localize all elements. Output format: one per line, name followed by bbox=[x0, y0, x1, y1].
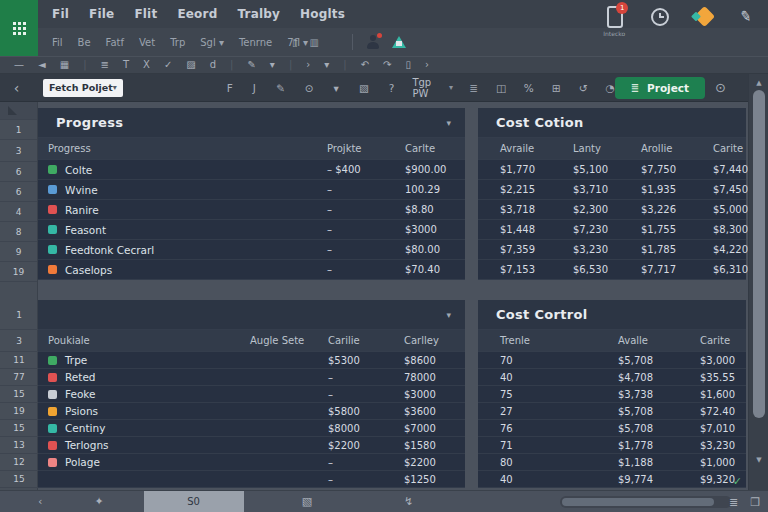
cell[interactable]: 71 bbox=[478, 437, 600, 453]
cell[interactable]: – bbox=[322, 260, 392, 279]
cell[interactable]: $7,010 bbox=[680, 420, 746, 436]
tab-scroll-left-icon[interactable]: ‹ bbox=[38, 495, 42, 508]
percent-icon[interactable]: % bbox=[524, 82, 534, 94]
cell[interactable]: 70 bbox=[478, 352, 600, 368]
cell[interactable]: $5,708 bbox=[600, 352, 680, 368]
chart-icon[interactable]: ▧ bbox=[302, 495, 312, 508]
cell[interactable]: $3,738 bbox=[600, 386, 680, 402]
alert-triangle-icon[interactable] bbox=[392, 36, 406, 48]
row-number[interactable]: 3 bbox=[0, 140, 37, 162]
cell[interactable]: $1,935 bbox=[633, 180, 698, 199]
flash-icon[interactable]: ↯ bbox=[404, 495, 413, 508]
column-header[interactable]: Carite bbox=[698, 138, 746, 159]
horizontal-scrollbar[interactable] bbox=[560, 496, 732, 508]
menu-item[interactable]: Eeord bbox=[177, 7, 217, 21]
cell[interactable]: $7,230 bbox=[568, 220, 633, 239]
next-icon[interactable]: › bbox=[425, 60, 429, 70]
cell[interactable]: $2200 bbox=[392, 454, 465, 470]
cell[interactable] bbox=[245, 420, 318, 436]
sub-menu-item[interactable]: Vet bbox=[139, 37, 155, 48]
undo-icon[interactable]: ↶ bbox=[361, 60, 369, 70]
cell[interactable]: 80 bbox=[478, 454, 600, 470]
user-icon[interactable] bbox=[366, 35, 380, 49]
cell[interactable]: – bbox=[322, 240, 392, 259]
grid-icon[interactable]: ▥ bbox=[310, 37, 319, 48]
column-header[interactable]: Lanty bbox=[568, 138, 633, 159]
cell[interactable]: $6,530 bbox=[568, 260, 633, 279]
check-icon[interactable]: ✓ bbox=[164, 60, 172, 70]
menu-item[interactable]: Fil bbox=[52, 7, 69, 21]
clear-icon[interactable]: X bbox=[143, 60, 150, 70]
pencil-icon[interactable]: ✎ bbox=[276, 82, 285, 94]
row-label-cell[interactable]: Feoke bbox=[38, 386, 245, 402]
row-number[interactable]: 9 bbox=[0, 242, 37, 262]
cell[interactable]: $1250 bbox=[392, 471, 465, 487]
row-number[interactable]: 15 bbox=[0, 420, 38, 437]
vertical-scrollbar[interactable]: ▲ ▼ bbox=[748, 74, 768, 490]
cell[interactable]: $900.00 bbox=[392, 160, 465, 179]
cell[interactable]: $3,718 bbox=[478, 200, 568, 219]
cell[interactable]: $7,440 bbox=[698, 160, 746, 179]
image-icon[interactable]: ▧ bbox=[359, 82, 369, 94]
column-header[interactable]: Poukiale bbox=[38, 330, 245, 351]
row-label-cell[interactable]: Polage bbox=[38, 454, 245, 470]
sub-menu-item[interactable]: Tenrne bbox=[239, 37, 272, 48]
cell[interactable]: – bbox=[322, 220, 392, 239]
run-icon[interactable]: › bbox=[306, 60, 310, 70]
cell[interactable]: – bbox=[322, 200, 392, 219]
cell[interactable]: $2200 bbox=[318, 437, 392, 453]
row-label-cell[interactable]: Terlogns bbox=[38, 437, 245, 453]
scroll-down-icon[interactable]: ▼ bbox=[749, 456, 768, 464]
row-number[interactable]: 3 bbox=[0, 330, 38, 352]
align-justify-icon[interactable]: ≣ bbox=[469, 82, 478, 94]
cell[interactable]: $9,774 bbox=[600, 471, 680, 487]
column-header[interactable]: Carite bbox=[680, 330, 746, 351]
cell[interactable]: $1580 bbox=[392, 437, 465, 453]
column-header[interactable]: Augle Sete bbox=[245, 330, 318, 351]
sub-menu-item[interactable]: Fil bbox=[52, 37, 63, 48]
cell[interactable] bbox=[245, 352, 318, 368]
italic-icon[interactable]: J bbox=[253, 82, 256, 94]
column-header[interactable]: Carlley bbox=[392, 330, 465, 351]
cell[interactable]: $72.40 bbox=[680, 403, 746, 419]
column-header[interactable]: Trenle bbox=[478, 330, 600, 351]
cell[interactable]: $1,000 bbox=[680, 454, 746, 470]
cell[interactable]: $1,188 bbox=[600, 454, 680, 470]
cell[interactable]: $35.55 bbox=[680, 369, 746, 385]
cell[interactable]: 75 bbox=[478, 386, 600, 402]
menu-item[interactable]: Tralby bbox=[237, 7, 280, 21]
book-icon[interactable]: ▯ bbox=[405, 60, 411, 70]
cell[interactable]: $8600 bbox=[392, 352, 465, 368]
cell[interactable]: $80.00 bbox=[392, 240, 465, 259]
row-number[interactable]: 1 bbox=[0, 120, 37, 140]
save-icon[interactable]: ▦ bbox=[60, 60, 69, 70]
row-label-cell[interactable]: Feedtonk Cecrarl bbox=[38, 240, 322, 259]
row-number[interactable]: 8 bbox=[0, 222, 37, 242]
cell[interactable]: $3,710 bbox=[568, 180, 633, 199]
row-number[interactable]: 77 bbox=[0, 369, 38, 386]
edit-icon[interactable]: ✎ bbox=[247, 60, 255, 70]
history-icon[interactable]: ◔ bbox=[605, 82, 614, 94]
row-label-cell[interactable]: Centiny bbox=[38, 420, 245, 436]
menu-item[interactable]: File bbox=[89, 7, 114, 21]
help-icon[interactable]: ? bbox=[389, 82, 395, 94]
back-chevron-icon[interactable]: ‹ bbox=[0, 80, 33, 96]
row-label-cell[interactable] bbox=[38, 471, 245, 487]
new-window-icon[interactable]: ❒ bbox=[750, 496, 760, 509]
align-left-icon[interactable]: ≣ bbox=[101, 60, 109, 70]
chevron-down-icon[interactable]: ▾ bbox=[270, 60, 275, 70]
menu-item[interactable]: Flit bbox=[134, 7, 157, 21]
pen-icon[interactable]: ✎ bbox=[739, 7, 753, 25]
cell[interactable]: $1,755 bbox=[633, 220, 698, 239]
add-sheet-icon[interactable]: ✦ bbox=[94, 495, 103, 508]
cell[interactable]: $3,230 bbox=[680, 437, 746, 453]
column-header[interactable]: Progress bbox=[38, 138, 322, 159]
cell[interactable]: $5800 bbox=[318, 403, 392, 419]
cell[interactable]: $5,000 bbox=[698, 200, 746, 219]
cell[interactable]: $8.80 bbox=[392, 200, 465, 219]
row-number[interactable]: 4 bbox=[0, 202, 37, 222]
cell[interactable]: – $400 bbox=[322, 160, 392, 179]
cell[interactable]: $8,300 bbox=[698, 220, 746, 239]
fill-icon[interactable]: ▨ bbox=[186, 60, 195, 70]
chevron-down-icon[interactable]: ▾ bbox=[446, 310, 451, 320]
